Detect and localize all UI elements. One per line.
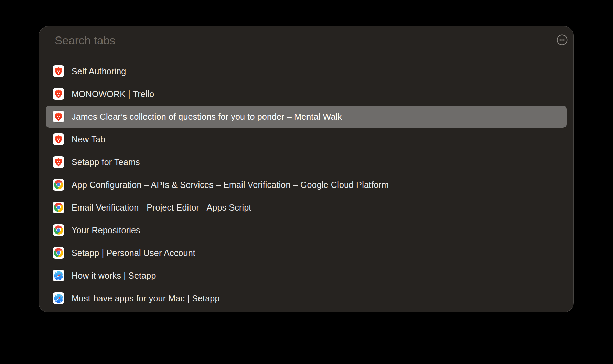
tab-row[interactable]: Must-have apps for your Mac | Setapp: [46, 287, 567, 309]
tab-row[interactable]: Self Authoring: [46, 60, 567, 82]
tab-title: Must-have apps for your Mac | Setapp: [72, 293, 220, 303]
brave-icon: [53, 65, 64, 77]
ellipsis-circle-icon: [556, 34, 568, 46]
brave-icon: [53, 133, 64, 145]
tab-row[interactable]: Your Repositories: [46, 219, 567, 241]
safari-icon: [53, 292, 64, 304]
brave-icon: [53, 111, 64, 122]
tab-title: Email Verification - Project Editor - Ap…: [72, 203, 251, 213]
tab-row[interactable]: Setapp | Personal User Account: [46, 242, 567, 264]
tab-title: MONOWORK | Trello: [72, 89, 154, 99]
tab-title: James Clear’s collection of questions fo…: [72, 112, 342, 122]
tab-row[interactable]: James Clear’s collection of questions fo…: [46, 106, 567, 128]
tab-row[interactable]: MONOWORK | Trello: [46, 83, 567, 105]
tab-title: Your Repositories: [72, 225, 140, 235]
tab-title: Self Authoring: [72, 66, 126, 76]
more-options-button[interactable]: [556, 34, 568, 46]
search-header: [39, 26, 573, 53]
tab-row[interactable]: Email Verification - Project Editor - Ap…: [46, 196, 567, 218]
chrome-icon: [53, 224, 64, 236]
brave-icon: [53, 88, 64, 100]
tab-title: Setapp | Personal User Account: [72, 248, 195, 258]
search-input[interactable]: [55, 34, 546, 47]
tab-title: App Configuration – APIs & Services – Em…: [72, 180, 389, 190]
tab-title: How it works | Setapp: [72, 271, 156, 281]
chrome-icon: [53, 179, 64, 191]
search-tabs-window: Self Authoring MONOWORK | Trello James C…: [39, 26, 574, 312]
tab-row[interactable]: How it works | Setapp: [46, 265, 567, 287]
safari-icon: [53, 270, 64, 281]
tab-row[interactable]: New Tab: [46, 128, 567, 150]
tab-row[interactable]: App Configuration – APIs & Services – Em…: [46, 174, 567, 196]
tab-list: Self Authoring MONOWORK | Trello James C…: [46, 60, 567, 309]
tab-title: Setapp for Teams: [72, 157, 140, 167]
chrome-icon: [53, 202, 64, 213]
tab-title: New Tab: [72, 135, 105, 144]
tab-row[interactable]: Setapp for Teams: [46, 151, 567, 173]
brave-icon: [53, 156, 64, 168]
chrome-icon: [53, 247, 64, 259]
